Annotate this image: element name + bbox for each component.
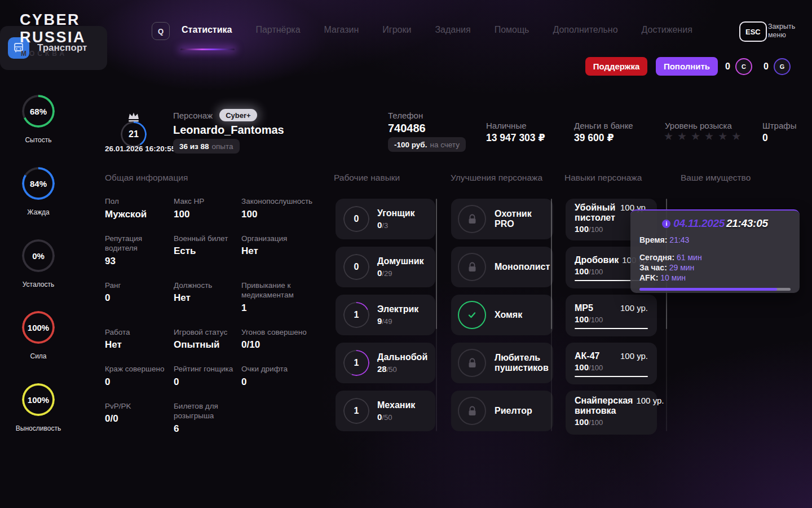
vital-stamina: 100% Выносливость (5, 383, 72, 432)
logo: CYBER RUSSIA (20, 11, 86, 47)
wanted-label: Уровень розыска (665, 121, 732, 130)
skill-progress-bar (575, 328, 648, 329)
phone-balance: -100 руб. (394, 141, 427, 149)
exp-current: 36 из 88 (179, 142, 209, 151)
logo-line1: CYBER (20, 11, 86, 29)
work-skill-card[interactable]: 1 Механик0/50 (336, 391, 435, 431)
game-menu-root: CYBER RUSSIA МОСКВА Q Статистика Партнёр… (0, 0, 812, 508)
vital-ring (22, 95, 55, 128)
skill-progress-ring (343, 206, 369, 232)
section-char-skills-title: Навыки персонажа (564, 173, 642, 183)
vital-thirst: 84% Жажда (5, 167, 72, 216)
tab-extra[interactable]: Дополнительно (553, 25, 617, 35)
perk-card[interactable]: Охотник PRO (451, 199, 553, 239)
perk-card[interactable]: Любитель пушистиков (451, 343, 553, 383)
perks-scrollbar[interactable] (551, 199, 552, 431)
info-field: Рейтинг гонщика0 (174, 364, 241, 388)
vital-strength: 100% Сила (5, 311, 72, 360)
info-field: Военный билетЕсть (174, 234, 241, 267)
cash-value: 13 947 303 ₽ (486, 132, 545, 144)
tooltip-header: i 04.11.2025 21:43:05 (639, 217, 791, 230)
work-skill-card[interactable]: 0 Домушник0/29 (336, 247, 435, 287)
active-tab-underline (180, 49, 235, 50)
tooltip-row-hour: За час: 29 мин (639, 262, 791, 273)
playtime-progress-fill (639, 288, 777, 291)
skill-progress-bar (575, 376, 648, 377)
lock-icon (458, 349, 486, 377)
char-skill-card[interactable]: Снайперская винтовка100 ур. 100/100 (566, 391, 657, 435)
vital-ring (22, 167, 55, 200)
info-field: РаботаНет (105, 327, 174, 351)
work-skills-scrollbar[interactable] (436, 199, 437, 431)
phone-label: Телефон (388, 111, 423, 120)
tab-statistics[interactable]: Статистика (182, 25, 232, 35)
vital-fatigue: 0% Усталость (5, 239, 72, 288)
skill-progress-ring (343, 398, 369, 424)
esc-label: ESC (745, 28, 761, 36)
tab-shop[interactable]: Магазин (324, 25, 359, 35)
exp-suffix: опыта (212, 142, 233, 151)
logo-line2: RUSSIA (20, 29, 86, 46)
char-skill-card[interactable]: АК-47100 ур. 100/100 (566, 343, 657, 384)
info-field: Привыкание к медикаментам1 (241, 281, 320, 314)
tooltip-row-afk: AFK: 10 мин (639, 273, 791, 283)
lock-icon (458, 253, 486, 281)
tab-partner[interactable]: Партнёрка (255, 25, 300, 35)
check-icon (458, 301, 486, 329)
tab-achievements[interactable]: Достижения (642, 25, 692, 35)
tab-tasks[interactable]: Задания (435, 25, 470, 35)
perk-card[interactable]: Монополист (451, 247, 553, 287)
wanted-stars: ★★★★★★ (664, 130, 745, 143)
coin-c-icon: C (735, 58, 752, 75)
coin-balance-g: 0 G (764, 57, 791, 76)
subscription-badge[interactable]: Cyber+ (219, 109, 257, 121)
info-field: Репутация водителя93 (105, 234, 174, 267)
vital-ring (22, 383, 55, 416)
info-field: Угонов совершено0/10 (241, 327, 320, 351)
info-field: Законопослушность100 (241, 196, 320, 220)
phone-balance-chip: -100 руб. на счету (388, 137, 466, 152)
tab-players[interactable]: Игроки (382, 25, 411, 35)
tab-help[interactable]: Помощь (495, 25, 529, 35)
info-field: ПолМужской (105, 196, 174, 220)
logo-city: МОСКВА (21, 50, 67, 58)
info-field: Краж совершено0 (105, 364, 174, 388)
info-field: Игровой статусОпытный (174, 327, 241, 351)
phone-balance-suffix: на счету (430, 141, 460, 149)
work-skill-card[interactable]: 1 Электрик9/49 (336, 295, 435, 335)
section-general-title: Общая информация (105, 173, 188, 183)
section-property-title: Ваше имущество (681, 173, 751, 183)
bank-value: 39 600 ₽ (574, 132, 614, 144)
esc-close-button[interactable]: ESC (739, 21, 767, 42)
perk-card[interactable]: Риелтор (451, 391, 553, 431)
tooltip-date: 04.11.2025 (673, 217, 725, 230)
tooltip-time: 21:43:05 (726, 217, 768, 230)
support-button[interactable]: Поддержка (585, 57, 647, 76)
cash-label: Наличные (486, 121, 527, 130)
character-label: Персонаж (173, 111, 213, 120)
phone-number: 740486 (388, 122, 426, 135)
section-work-skills-title: Рабочие навыки (334, 173, 400, 183)
section-perks-title: Улучшения персонажа (451, 173, 542, 183)
work-skill-card[interactable]: 1 Дальнобой28/50 (336, 343, 435, 383)
crown-icon (127, 112, 140, 122)
coin-g-amount: 0 (764, 62, 769, 72)
info-field: Ранг0 (105, 281, 174, 314)
perk-card[interactable]: Хомяк (451, 295, 553, 335)
coin-g-icon: G (774, 58, 791, 75)
character-name: Leonardo_Fantomas (173, 124, 284, 137)
skill-progress-ring (343, 302, 369, 328)
char-skill-card[interactable]: MP5100 ур. 100/100 (566, 295, 657, 336)
level-indicator: 21 (121, 121, 147, 147)
lock-icon (458, 205, 486, 233)
info-field: ДолжностьНет (174, 281, 241, 314)
fines-label: Штрафы (762, 121, 796, 130)
hotkey-q-button[interactable]: Q (152, 22, 170, 40)
info-field: Макс HP100 (174, 196, 241, 220)
fines-value: 0 (762, 132, 768, 144)
topup-button[interactable]: Пополнить (656, 57, 718, 76)
character-datetime: 26.01.2026 16:20:55 (105, 144, 164, 153)
close-menu-label: Закрыть меню (768, 23, 795, 40)
tooltip-row-time: Время: 21:43 (639, 235, 791, 245)
work-skill-card[interactable]: 0 Угонщик0/3 (336, 199, 435, 239)
